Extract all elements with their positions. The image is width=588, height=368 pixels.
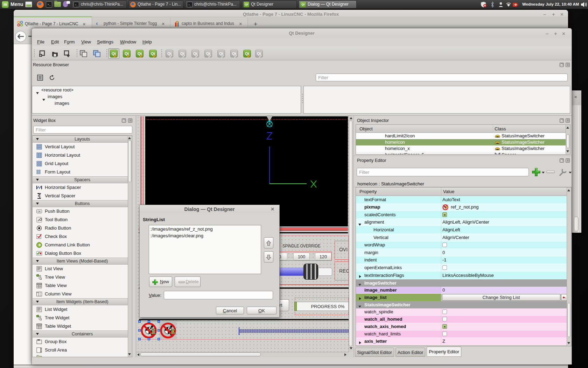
svg-text:OK: OK	[37, 210, 41, 213]
svg-text:Z: Z	[446, 206, 448, 210]
svg-text:X: X	[170, 327, 176, 336]
svg-text:Z: Z	[151, 327, 156, 336]
